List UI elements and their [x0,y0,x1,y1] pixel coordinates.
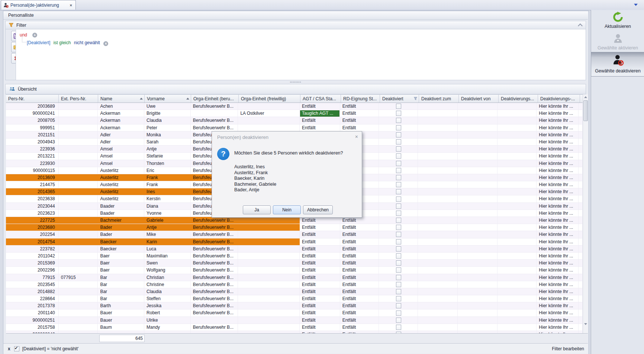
table-row[interactable]: 2023545BarChristineBerufsfeuerwehr B...E… [6,281,583,288]
hint-cell: Hier könnte Ihr ... [537,224,579,231]
col-header-ob[interactable]: Orga-Einheit (beru... [191,95,239,103]
deaktiviert-checkbox[interactable] [396,303,401,308]
deaktiviert-checkbox[interactable] [396,211,401,216]
table-row[interactable]: 2002296BaerWolfgangBerufsfeuerwehr B...E… [6,267,583,274]
confirm-deactivate-dialog: Person(en) deaktivieren × ? Möchten Sie … [212,131,362,218]
col-header-of[interactable]: Orga-Einheit (freiwillig) [239,95,300,103]
deaktiviert-checkbox[interactable] [396,153,401,159]
scroll-down-icon[interactable] [584,323,587,325]
deaktiviert-checkbox[interactable] [396,253,401,259]
scrollbar-thumb[interactable] [583,100,588,121]
hint-cell: Hier könnte Ihr ... [537,288,579,295]
no-button[interactable]: Nein [273,205,301,214]
deaktiviert-checkbox[interactable] [396,260,401,266]
deaktiviert-checkbox[interactable] [396,275,401,280]
col-header-dg1[interactable]: Deaktivierungs... [499,95,538,103]
splitter-handle[interactable]: •••••••• [3,81,588,84]
hint-cell: Hier könnte Ihr ... [537,174,579,181]
funnel-icon [9,23,14,28]
deaktiviert-checkbox[interactable] [396,325,401,330]
activate-selected-button[interactable]: Gewählte aktivieren [591,33,644,51]
table-row[interactable]: 2023680BaderAntjeBerufsfeuerwehr B...Ent… [6,224,583,231]
column-filter-icon[interactable] [414,97,417,100]
uebersicht-header: Übersicht [5,84,586,94]
table-row[interactable]: 2014882BarClaudiaBerufsfeuerwehr B...Ent… [6,288,583,295]
question-icon: ? [217,148,229,160]
table-row[interactable]: 223782BaeckerLucaBerufsfeuerwehr B...Ent… [6,246,583,253]
deaktiviert-checkbox[interactable] [396,311,401,316]
deaktiviert-checkbox[interactable] [396,139,401,144]
col-header-pers[interactable]: Pers-Nr. [6,95,59,103]
vertical-scrollbar[interactable] [583,94,588,333]
condition-operator[interactable]: ist gleich [54,40,71,45]
col-header-vor[interactable]: Vorname [145,95,191,103]
refresh-button[interactable]: Aktualisieren [591,12,644,29]
hint-cell: Hier könnte Ihr ... [537,167,579,174]
deaktiviert-checkbox[interactable] [396,125,401,130]
condition-field[interactable]: [Deaktiviert] [27,40,50,45]
table-row[interactable]: 900000241AckermanBrigitteLA OstkilverTau… [6,110,583,117]
deaktiviert-checkbox[interactable] [396,218,401,223]
collapse-chevron-icon[interactable] [578,23,583,28]
deaktiviert-checkbox[interactable] [396,168,401,173]
table-row[interactable]: 2011042BaerMaximilianBerufsfeuerwehr B..… [6,253,583,260]
table-row[interactable]: 2014754BaeckerKarinBerufsfeuerwehr B...E… [6,238,583,246]
deaktiviert-checkbox[interactable] [396,111,401,116]
grid-filter-enabled-checkbox[interactable] [14,346,19,351]
cancel-button[interactable]: Abbrechen [303,205,333,214]
deaktiviert-checkbox[interactable] [396,189,401,194]
table-row[interactable]: 2015758BaumMandyBerufsfeuerwehr B...Entf… [6,324,583,331]
col-header-zum[interactable]: Deaktivert zum [419,95,459,103]
deaktiviert-checkbox[interactable] [396,289,401,294]
deactivate-selected-button[interactable]: Gewählte deaktivieren [591,52,644,77]
col-header-cb[interactable]: Deaktiviert [380,95,419,103]
table-row[interactable]: 77915077915BarChristianBerufsfeuerwehr B… [6,274,583,281]
deaktiviert-checkbox[interactable] [396,296,401,301]
tab-close-icon[interactable]: × [69,3,73,7]
hint-cell: Hier könnte Ihr ... [537,217,579,224]
hint-cell: Hier könnte Ihr ... [537,302,579,309]
deaktiviert-checkbox[interactable] [396,267,401,273]
col-header-von[interactable]: Deaktiviert von [459,95,499,103]
deaktiviert-checkbox[interactable] [396,246,401,251]
deaktiviert-checkbox[interactable] [396,118,401,123]
col-header-hint[interactable]: Deaktivierungs-... [538,95,580,103]
deaktiviert-checkbox[interactable] [396,232,401,237]
deaktiviert-checkbox[interactable] [396,161,401,166]
yes-button[interactable]: Ja [243,205,271,214]
col-header-name[interactable]: Name [98,95,145,103]
remove-grid-filter-icon[interactable]: x [8,346,10,351]
deaktiviert-checkbox[interactable] [396,175,401,180]
table-row[interactable]: 202254BaderMikeBerufsfeuerwehr B...Entfä… [6,231,583,238]
table-row[interactable]: 2001140BauerRobertBerufsfeuerwehr B...En… [6,309,583,316]
dialog-close-icon[interactable]: × [355,134,358,140]
table-row[interactable]: 900000251BauerUlrikeEntfälltEntfälltHier… [6,317,583,324]
remove-condition-icon[interactable]: × [103,41,108,46]
table-row[interactable]: 227725BachmeierGabrieleBerufsfeuerwehr B… [6,217,583,224]
deaktiviert-checkbox[interactable] [396,282,401,287]
deaktiviert-checkbox[interactable] [396,182,401,187]
deaktiviert-checkbox[interactable] [396,225,401,230]
add-condition-icon[interactable]: + [32,33,37,38]
deaktiviert-checkbox[interactable] [396,197,401,202]
table-row[interactable]: 228664BarSteffenBerufsfeuerwehr B...Entf… [6,295,583,302]
condition-value[interactable]: nicht gewählt [74,40,100,45]
table-row[interactable]: 2017378BarthJessikaBerufsfeuerwehr B...E… [6,302,583,309]
tab-personal-deaktivierung[interactable]: Personal(de-)aktivierung × [1,0,76,10]
deaktiviert-checkbox[interactable] [396,132,401,137]
table-row[interactable]: 999951AckermanPeterBerufsfeuerwehr B...E… [6,124,583,131]
deaktiviert-checkbox[interactable] [396,204,401,209]
deaktiviert-checkbox[interactable] [396,239,401,244]
col-header-ext[interactable]: Ext. Pers-Nr. [59,95,98,103]
deaktiviert-checkbox[interactable] [396,146,401,152]
scroll-up-icon[interactable] [584,96,587,98]
col-header-agt[interactable]: AGT / CSA Sta... [300,95,341,103]
edit-filter-button[interactable]: Filter bearbeiten [552,346,584,351]
col-header-rd[interactable]: RD-Eignung St... [341,95,380,103]
deaktiviert-checkbox[interactable] [396,318,401,323]
tab-list-dropdown-icon[interactable] [634,4,638,6]
table-row[interactable]: 2003689AchenUweBerufsfeuerwehr B...Entfä… [6,103,583,110]
deaktiviert-checkbox[interactable] [396,104,401,109]
table-row[interactable]: 2015369BaerSwenBerufsfeuerwehr B...Entfä… [6,260,583,267]
table-row[interactable]: 2008705AckermanClaudiaBerufsfeuerwehr B.… [6,117,583,124]
